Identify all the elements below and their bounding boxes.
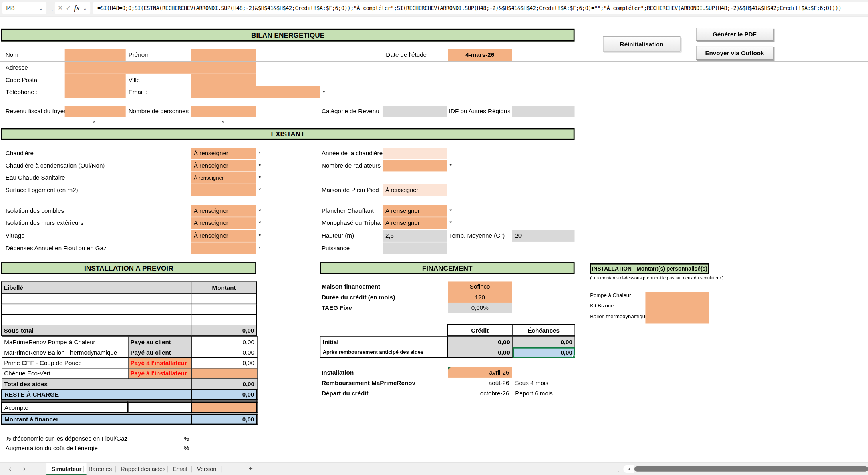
name-box[interactable]: I48 ⌄ — [2, 2, 47, 14]
remboursement-date: août-26 — [448, 378, 512, 388]
reset-button[interactable]: Réinitialisation — [603, 36, 680, 51]
label-nom: Nom — [6, 49, 18, 61]
tab-simulateur[interactable]: Simulateur — [46, 463, 87, 475]
required-asterisk: * — [449, 205, 452, 217]
input-chaudiere[interactable]: À renseigner — [191, 148, 256, 159]
cancel-icon[interactable]: ✕ — [58, 4, 63, 12]
input-installation-date[interactable]: avril-26 — [448, 367, 512, 378]
input-annee-chaudiere[interactable] — [383, 148, 447, 159]
tab-next-icon[interactable]: › — [23, 463, 26, 475]
input-ville[interactable] — [191, 74, 256, 86]
montant-row-input[interactable] — [191, 304, 256, 314]
tab-rappel-des-aides[interactable]: Rappel des aides — [116, 463, 171, 475]
col-header-montant: Montant — [191, 282, 256, 293]
input-plein-pied[interactable]: À renseigner — [383, 184, 447, 196]
financer-label: Montant à financer — [2, 414, 191, 424]
input-adresse[interactable] — [65, 62, 256, 74]
insert-function-icon[interactable]: fx — [74, 4, 80, 12]
input-duree-credit[interactable]: 120 — [448, 292, 512, 303]
libelle-row-input[interactable] — [1, 315, 191, 325]
reste-value: 0,00 — [191, 389, 257, 399]
label-region: IDF ou Autres Régions — [449, 106, 510, 117]
label-depart-credit: Départ du crédit — [322, 388, 369, 399]
tab-version[interactable]: Version — [192, 463, 222, 475]
input-surface[interactable] — [191, 184, 256, 196]
send-outlook-button[interactable]: Envoyer via Outlook — [696, 46, 773, 60]
label-murs: Isolation des murs extérieurs — [6, 217, 83, 229]
input-depenses[interactable] — [191, 242, 256, 254]
tab-baremes[interactable]: Baremes — [84, 463, 117, 475]
label-adresse: Adresse — [6, 62, 28, 74]
input-code-postal[interactable] — [65, 74, 126, 86]
input-email[interactable] — [191, 86, 320, 98]
aide-value-input[interactable] — [191, 368, 257, 379]
chevron-down-icon[interactable]: ⌄ — [38, 2, 43, 14]
montant-row-input[interactable] — [191, 315, 256, 325]
tab-prev-icon[interactable]: ‹ — [9, 463, 11, 475]
aide-label: MaPrimeRenov Ballon Thermodynamique — [2, 347, 128, 357]
input-combles[interactable]: À renseigner — [191, 205, 256, 217]
label-vitrage: Vitrage — [6, 230, 25, 242]
montant-row-input[interactable] — [191, 293, 256, 304]
add-sheet-icon[interactable]: + — [244, 463, 258, 475]
initial-credit: 0,00 — [447, 337, 512, 347]
required-asterisk: * — [449, 217, 452, 229]
generate-pdf-button[interactable]: Générer le PDF — [696, 28, 773, 41]
acompte-table: Acompte — [1, 401, 258, 413]
label-remboursement: Remboursement MaPrimeRenov — [322, 378, 415, 388]
aide-value: 0,00 — [191, 357, 257, 368]
total-aides-label: Total des aides — [2, 379, 191, 389]
label-plein-pied: Maison de Plein Pied — [322, 184, 379, 196]
input-vitrage[interactable]: À renseigner — [191, 230, 256, 242]
required-asterisk: * — [258, 184, 261, 196]
enter-icon[interactable]: ✓ — [66, 4, 71, 12]
libelle-row-input[interactable] — [1, 293, 191, 304]
required-asterisk: * — [258, 160, 261, 171]
section-installation: INSTALLATION A PREVOIR — [1, 262, 256, 274]
input-murs[interactable]: À renseigner — [191, 217, 256, 229]
label-telephone: Téléphone : — [6, 86, 38, 98]
label-personnes: Nombre de personnes — [129, 106, 189, 117]
formula-input[interactable]: =SI(H48=0;0;SI(ESTNA(RECHERCHEV(ARRONDI.… — [93, 2, 868, 14]
input-maison-financement[interactable]: Sofinco — [448, 281, 512, 292]
label-combles: Isolation des combles — [6, 205, 64, 217]
input-personnes[interactable] — [191, 106, 256, 117]
input-monophase[interactable]: À renseigner — [383, 217, 447, 229]
excel-window: I48 ⌄ ⋮ ✕ ✓ fx ⌄ =SI(H48=0;0;SI(ESTNA(RE… — [0, 0, 868, 475]
label-annee-chaudiere: Année de la chaudière — [322, 148, 383, 159]
perso-montants-input[interactable] — [645, 292, 709, 324]
apres-echeance-selected-cell[interactable]: 0,00 — [512, 347, 575, 357]
apres-label: Après remboursement anticipé des aides — [320, 347, 447, 357]
libelle-row-input[interactable] — [1, 304, 191, 314]
scroll-left-icon[interactable]: ◂ — [623, 465, 634, 473]
label-categorie: Catégorie de Revenu — [322, 106, 379, 117]
horizontal-scrollbar-thumb[interactable] — [634, 466, 868, 472]
required-asterisk: * — [258, 172, 261, 184]
acompte-input[interactable] — [191, 402, 257, 413]
input-condensation[interactable]: À renseigner — [191, 160, 256, 171]
tab-email[interactable]: Email — [168, 463, 192, 475]
required-asterisk: * — [258, 230, 261, 242]
more-options-icon[interactable]: ⋮ — [616, 463, 622, 475]
required-asterisk: * — [258, 205, 261, 217]
label-radiateurs: Nombre de radiateurs — [322, 160, 381, 171]
installation-date-value: avril-26 — [489, 369, 510, 376]
input-ecs[interactable]: À renseigner — [191, 172, 256, 184]
required-asterisk: * — [258, 242, 261, 254]
input-date-etude[interactable]: 4-mars-26 — [448, 49, 512, 61]
label-plancher: Plancher Chauffant — [322, 205, 374, 217]
input-prenom[interactable] — [191, 49, 256, 61]
sous-total-value: 0,00 — [191, 325, 256, 335]
input-nom[interactable] — [65, 49, 126, 61]
chevron-down-icon[interactable]: ⌄ — [83, 5, 87, 11]
input-revenu[interactable] — [65, 106, 126, 117]
formula-buttons: ✕ ✓ fx ⌄ — [55, 2, 90, 14]
sheet-tab-bar: ‹ › Simulateur Baremes Rappel des aides … — [0, 462, 868, 475]
input-radiateurs[interactable] — [383, 160, 447, 171]
label-taeg: TAEG Fixe — [322, 303, 352, 313]
input-telephone[interactable] — [65, 86, 126, 98]
acompte-middle-cell[interactable] — [128, 402, 191, 413]
col-header-echeances: Échéances — [512, 325, 575, 336]
input-plancher[interactable]: À renseigner — [383, 205, 447, 217]
aide-mode: Payé au client — [128, 347, 191, 357]
